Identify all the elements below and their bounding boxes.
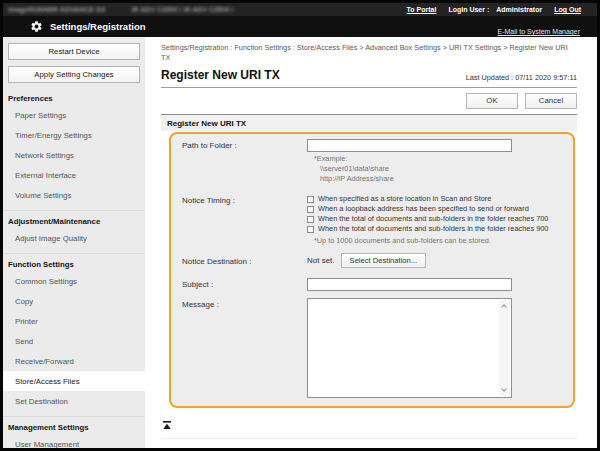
login-user-label: Login User : <box>448 6 489 13</box>
sidebar-item-network-settings[interactable]: Network Settings <box>3 145 145 165</box>
device-models-redacted: iR ADV C3500 / iR ADV C3500 / <box>132 6 234 13</box>
sidebar-item-volume-settings[interactable]: Volume Settings <box>3 185 145 205</box>
sidebar-section-function-settings: Function Settings Common Settings Copy P… <box>3 253 145 411</box>
path-to-folder-label: Path to Folder : <box>179 139 307 152</box>
path-to-folder-row: Path to Folder : <box>179 139 563 152</box>
app-title: Settings/Registration <box>50 21 146 32</box>
form-section-title: Register New URI TX <box>161 114 577 131</box>
page-footer <box>161 415 577 439</box>
sidebar-item-receive-forward[interactable]: Receive/Forward <box>3 351 145 371</box>
message-label: Message : <box>179 298 307 398</box>
sidebar-section-preferences: Preferences Paper Settings Timer/Energy … <box>3 88 145 205</box>
notice-timing-row: Notice Timing : When specified as a stor… <box>179 194 563 245</box>
email-to-system-manager-link[interactable]: E-Mail to System Manager <box>498 28 580 35</box>
sidebar-header-adjustment-maintenance: Adjustment/Maintenance <box>3 211 145 228</box>
notice-timing-label: Notice Timing : <box>179 194 307 245</box>
checkbox-scan-and-store-label: When specified as a store location in Sc… <box>318 194 491 204</box>
sidebar-item-send[interactable]: Send <box>3 331 145 351</box>
subject-row: Subject : <box>179 278 563 291</box>
sidebar-item-set-destination[interactable]: Set Destination <box>3 391 145 411</box>
breadcrumb: Settings/Registration : Function Setting… <box>161 43 577 62</box>
path-example-row: *Example: \\server01\data\share http://I… <box>179 152 563 184</box>
sidebar-header-function-settings: Function Settings <box>3 254 145 271</box>
capacity-note: *Up to 1000 documents and sub-folders ca… <box>307 236 563 245</box>
gear-icon <box>30 20 43 33</box>
restart-device-button[interactable]: Restart Device <box>8 43 140 60</box>
apply-setting-changes-button[interactable]: Apply Setting Changes <box>8 66 140 83</box>
action-buttons: OK Cancel <box>161 93 577 109</box>
notice-destination-value: Not set. <box>307 256 335 265</box>
sidebar-section-adjustment-maintenance: Adjustment/Maintenance Adjust Image Qual… <box>3 210 145 248</box>
subject-label: Subject : <box>179 278 307 291</box>
sidebar-item-paper-settings[interactable]: Paper Settings <box>3 105 145 125</box>
sidebar-item-timer-energy-settings[interactable]: Timer/Energy Settings <box>3 125 145 145</box>
page-title: Register New URI TX <box>161 68 280 82</box>
example-smb-path: \\server01\data\share <box>314 164 563 174</box>
notice-destination-label: Notice Destination : <box>179 255 307 266</box>
notice-timing-option-row: When the total of documents and sub-fold… <box>307 224 563 234</box>
notice-timing-option-row: When the total of documents and sub-fold… <box>307 214 563 224</box>
sidebar: Restart Device Apply Setting Changes Pre… <box>3 37 145 451</box>
example-http-path: http://IP Address/share <box>314 174 563 184</box>
cancel-button[interactable]: Cancel <box>525 93 577 109</box>
sidebar-header-management-settings: Management Settings <box>3 417 145 434</box>
scroll-up-icon[interactable] <box>501 304 507 310</box>
to-portal-link[interactable]: To Portal <box>407 6 437 13</box>
sidebar-section-management-settings: Management Settings User Management Devi… <box>3 416 145 451</box>
message-scrollbar[interactable] <box>499 300 510 396</box>
sidebar-item-adjust-image-quality[interactable]: Adjust Image Quality <box>3 228 145 248</box>
scroll-down-icon[interactable] <box>501 386 507 392</box>
login-user-name: Administrator <box>496 6 542 13</box>
checkbox-reaches-900-label: When the total of documents and sub-fold… <box>318 224 548 234</box>
sidebar-item-common-settings[interactable]: Common Settings <box>3 271 145 291</box>
select-destination-button[interactable]: Select Destination... <box>341 253 427 268</box>
last-updated: Last Updated : 07/11 2020 9:57:11 <box>466 73 577 82</box>
app-title-bar: Settings/Registration E-Mail to System M… <box>3 16 597 37</box>
main-content: Settings/Registration : Function Setting… <box>145 37 597 451</box>
sidebar-item-user-management[interactable]: User Management <box>3 434 145 451</box>
notice-timing-option-row: When a loopback address has been specifi… <box>307 204 563 214</box>
checkbox-loopback-address-label: When a loopback address has been specifi… <box>318 204 529 214</box>
sidebar-item-printer[interactable]: Printer <box>3 311 145 331</box>
page-title-row: Register New URI TX Last Updated : 07/11… <box>161 68 577 88</box>
device-name-redacted: imageRUNNER ADVANCE DX <box>8 6 106 13</box>
device-info-bar: imageRUNNER ADVANCE DX iR ADV C3500 / iR… <box>3 3 597 16</box>
subject-input[interactable] <box>307 278 512 291</box>
checkbox-reaches-700-label: When the total of documents and sub-fold… <box>318 214 548 224</box>
sidebar-item-external-interface[interactable]: External Interface <box>3 165 145 185</box>
sidebar-item-copy[interactable]: Copy <box>3 291 145 311</box>
notice-destination-row: Notice Destination : Not set. Select Des… <box>179 253 563 268</box>
checkbox-reaches-900[interactable] <box>307 226 314 233</box>
checkbox-reaches-700[interactable] <box>307 216 314 223</box>
settings-registration-window: imageRUNNER ADVANCE DX iR ADV C3500 / iR… <box>0 0 600 451</box>
checkbox-loopback-address[interactable] <box>307 206 314 213</box>
message-textarea[interactable] <box>307 298 512 398</box>
message-row: Message : <box>179 298 563 398</box>
log-out-link[interactable]: Log Out <box>554 6 581 13</box>
path-to-folder-input[interactable] <box>307 139 512 152</box>
ok-button[interactable]: OK <box>466 93 518 109</box>
sidebar-header-preferences: Preferences <box>3 88 145 105</box>
register-uri-tx-form: Path to Folder : *Example: \\server01\da… <box>169 132 575 408</box>
notice-timing-option-row: When specified as a store location in Sc… <box>307 194 563 204</box>
back-to-top-icon[interactable] <box>163 421 171 429</box>
checkbox-scan-and-store[interactable] <box>307 196 314 203</box>
sidebar-item-store-access-files[interactable]: Store/Access Files <box>3 371 145 391</box>
example-heading: *Example: <box>314 154 563 164</box>
